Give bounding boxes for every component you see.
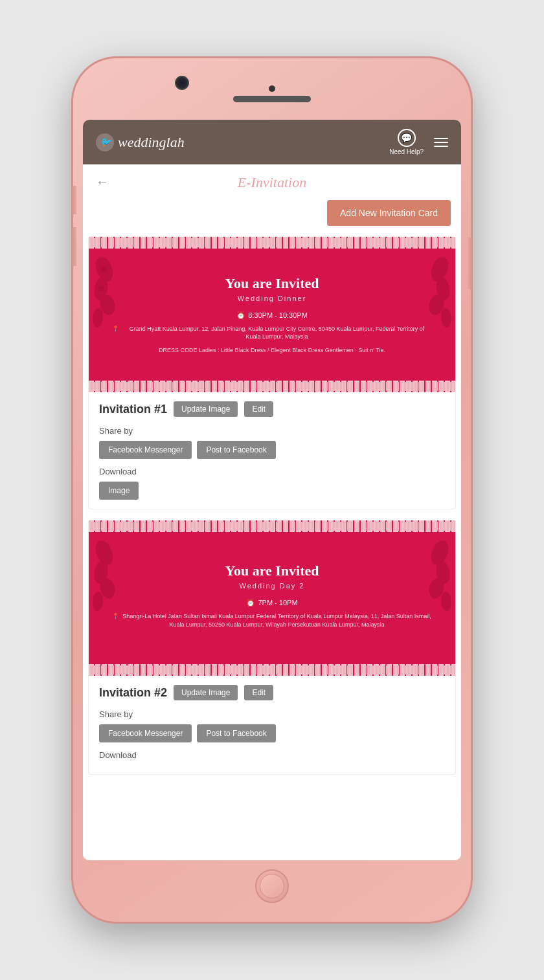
front-camera [175, 76, 189, 90]
border-pattern-top-2 [89, 522, 455, 531]
card-top-border-2 [89, 520, 455, 532]
location-icon: 📍 [112, 325, 119, 333]
card-location-1: 📍 Grand Hyatt Kuala Lumpur, 12, Jalan Pi… [112, 325, 432, 341]
card-subtitle-2: Wedding Day 2 [112, 582, 432, 590]
page-header: ← E-Invitation [83, 164, 461, 195]
location-text-1: Grand Hyatt Kuala Lumpur, 12, Jalan Pina… [122, 325, 432, 341]
help-icon: 💬 [398, 129, 416, 147]
share-section-1: Share by Facebook Messenger Post to Face… [99, 426, 445, 459]
logo-icon: 🐦 [96, 133, 114, 151]
volume-down-button[interactable] [71, 227, 76, 266]
post-to-facebook-button-2[interactable]: Post to Facebook [197, 724, 275, 742]
facebook-messenger-button-1[interactable]: Facebook Messenger [99, 441, 192, 459]
border-pattern-bottom [89, 382, 455, 391]
menu-line-1 [434, 138, 448, 139]
update-image-button-2[interactable]: Update Image [174, 685, 238, 700]
phone-frame: 🐦 weddinglah 💬 Need Help? [71, 56, 473, 924]
page-title: E-Invitation [238, 174, 306, 191]
card-content-1: You are Invited Wedding Dinner ⏰ 8:30PM … [102, 263, 442, 366]
phone-top-bar [83, 68, 461, 120]
card-dresscode-1: DRESS CODE Ladies : Little Black Dress /… [112, 346, 432, 355]
card-content-2: You are Invited Wedding Day 2 ⏰ 7PM - 10… [102, 551, 442, 645]
location-text-2: Shangri-La Hotel Jalan Sultan Ismail Kua… [122, 612, 432, 629]
add-button-row: Add New Invitation Card [83, 195, 461, 236]
border-pattern-top [89, 238, 455, 247]
card-location-2: 📍 Shangri-La Hotel Jalan Sultan Ismail K… [112, 612, 432, 629]
card-title-row-2: Invitation #2 Update Image Edit [99, 685, 445, 700]
logo-text: weddinglah [118, 134, 185, 151]
share-label-2: Share by [99, 709, 445, 719]
home-button[interactable] [255, 869, 289, 903]
side-button-right [468, 238, 473, 289]
power-button[interactable] [468, 238, 473, 289]
navigation-bar: 🐦 weddinglah 💬 Need Help? [83, 120, 461, 164]
facebook-messenger-button-2[interactable]: Facebook Messenger [99, 724, 192, 742]
help-label: Need Help? [389, 148, 424, 155]
card-bottom-border-2 [89, 664, 455, 676]
clock-icon: ⏰ [236, 311, 245, 320]
post-to-facebook-button-1[interactable]: Post to Facebook [197, 441, 275, 459]
card-title-2: You are Invited [112, 562, 432, 579]
card-title-row-1: Invitation #1 Update Image Edit [99, 401, 445, 417]
time-text-2: 7PM - 10PM [258, 599, 297, 607]
invitation-card-1: You are Invited Wedding Dinner ⏰ 8:30PM … [88, 236, 456, 509]
phone-screen: 🐦 weddinglah 💬 Need Help? [83, 120, 461, 860]
phone-bottom-bar [83, 860, 461, 912]
invitation-card-2: You are Invited Wedding Day 2 ⏰ 7PM - 10… [88, 520, 456, 775]
hamburger-menu-button[interactable] [434, 138, 448, 147]
share-label-1: Share by [99, 426, 445, 436]
share-buttons-1: Facebook Messenger Post to Facebook [99, 441, 445, 459]
download-label-1: Download [99, 467, 445, 476]
help-button[interactable]: 💬 Need Help? [389, 129, 424, 155]
download-image-button-1[interactable]: Image [99, 482, 139, 500]
phone-outer: 🐦 weddinglah 💬 Need Help? [0, 0, 544, 980]
back-button[interactable]: ← [96, 175, 109, 190]
app-logo: 🐦 weddinglah [96, 133, 185, 151]
card-image-2: You are Invited Wedding Day 2 ⏰ 7PM - 10… [89, 520, 455, 676]
clock-icon-2: ⏰ [246, 599, 255, 607]
card-info-1: Invitation #1 Update Image Edit Share by… [89, 392, 455, 509]
speaker-bar [233, 96, 311, 102]
location-icon-2: 📍 [112, 612, 119, 621]
side-buttons-left [71, 186, 76, 266]
card-info-2: Invitation #2 Update Image Edit Share by… [89, 676, 455, 774]
menu-line-2 [434, 142, 448, 143]
card-time-1: ⏰ 8:30PM - 10:30PM [112, 311, 432, 320]
card-time-2: ⏰ 7PM - 10PM [112, 599, 432, 607]
download-label-2: Download [99, 750, 445, 760]
page-content: ← E-Invitation Add New Invitation Card [83, 164, 461, 860]
volume-up-button[interactable] [71, 186, 76, 214]
invitation-number-1: Invitation #1 [99, 403, 167, 416]
nav-right-area: 💬 Need Help? [389, 129, 448, 155]
edit-button-1[interactable]: Edit [244, 401, 273, 417]
menu-line-3 [434, 146, 448, 147]
border-pattern-bottom-2 [89, 665, 455, 674]
add-invitation-button[interactable]: Add New Invitation Card [327, 200, 451, 226]
share-buttons-2: Facebook Messenger Post to Facebook [99, 724, 445, 742]
home-button-inner [260, 874, 284, 898]
card-image-1: You are Invited Wedding Dinner ⏰ 8:30PM … [89, 237, 455, 392]
card-bottom-border [89, 381, 455, 392]
card-title-1: You are Invited [112, 275, 432, 292]
card-subtitle-1: Wedding Dinner [112, 295, 432, 302]
update-image-button-1[interactable]: Update Image [174, 401, 238, 417]
share-section-2: Share by Facebook Messenger Post to Face… [99, 709, 445, 742]
edit-button-2[interactable]: Edit [244, 685, 273, 700]
earpiece [269, 85, 275, 92]
time-text-1: 8:30PM - 10:30PM [248, 311, 308, 319]
invitation-number-2: Invitation #2 [99, 686, 167, 700]
card-top-border [89, 237, 455, 249]
